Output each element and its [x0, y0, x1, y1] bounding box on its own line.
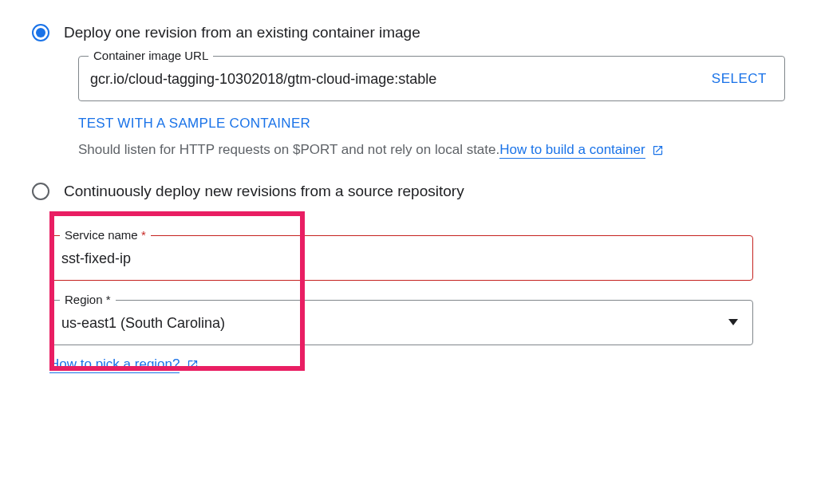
- test-sample-container-link[interactable]: TEST WITH A SAMPLE CONTAINER: [78, 116, 785, 132]
- container-image-field: Container image URL SELECT: [78, 56, 785, 101]
- deploy-source-label: Continuously deploy new revisions from a…: [64, 183, 464, 200]
- container-image-input[interactable]: [79, 57, 694, 100]
- deploy-existing-label: Deploy one revision from an existing con…: [64, 24, 420, 41]
- container-help-text: Should listen for HTTP requests on $PORT…: [78, 140, 785, 160]
- deploy-existing-image-option[interactable]: Deploy one revision from an existing con…: [32, 24, 785, 41]
- dropdown-arrow-icon[interactable]: [728, 319, 738, 325]
- how-to-build-container-link[interactable]: How to build a container: [499, 142, 645, 159]
- external-link-icon: [652, 144, 664, 156]
- deploy-source-repo-option[interactable]: Continuously deploy new revisions from a…: [32, 183, 785, 200]
- container-image-label: Container image URL: [89, 49, 213, 62]
- radio-selected-icon[interactable]: [32, 24, 49, 41]
- radio-unselected-icon[interactable]: [32, 183, 49, 200]
- container-image-section: Container image URL SELECT TEST WITH A S…: [78, 56, 785, 160]
- highlight-annotation: [49, 211, 305, 371]
- select-image-button[interactable]: SELECT: [694, 71, 784, 87]
